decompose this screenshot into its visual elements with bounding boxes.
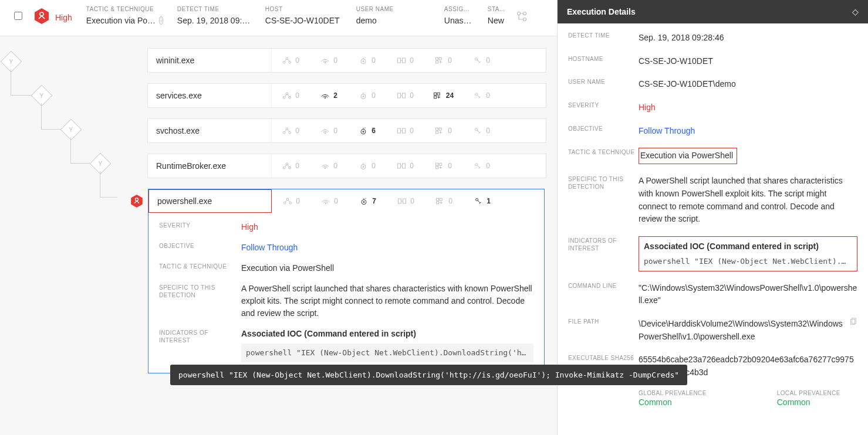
d-obj-value[interactable]: Follow Through bbox=[639, 125, 857, 138]
process-stat[interactable]: 0 bbox=[386, 91, 424, 100]
process-stat[interactable]: 0 bbox=[348, 162, 386, 170]
svg-point-30 bbox=[283, 131, 286, 134]
process-stat[interactable]: 0 bbox=[462, 127, 501, 135]
header-status-label: STATUS bbox=[488, 6, 509, 12]
command-tooltip: powershell "IEX (New-Object Net.WebClien… bbox=[170, 365, 687, 385]
process-row[interactable]: wininit.exe000000 bbox=[147, 48, 546, 73]
sel-tt-label: TACTIC & TECHNIQUE bbox=[159, 262, 241, 274]
d-spec-value: A PowerShell script launched that shares… bbox=[639, 175, 857, 226]
svg-point-28 bbox=[475, 93, 478, 96]
header-user-value: demo bbox=[356, 16, 430, 25]
process-stat[interactable]: 0 bbox=[272, 91, 310, 100]
process-stat[interactable]: 0 bbox=[424, 56, 462, 64]
header-status-value: New bbox=[488, 16, 509, 25]
d-obj-label: OBJECTIVE bbox=[568, 125, 639, 138]
process-row[interactable]: services.exe0200240 bbox=[147, 83, 546, 108]
svg-rect-11 bbox=[398, 58, 401, 63]
tree-node[interactable]: Y bbox=[1, 51, 22, 73]
process-stat[interactable]: 0 bbox=[425, 197, 463, 205]
process-stat[interactable]: 7 bbox=[349, 197, 387, 205]
process-stat[interactable]: 0 bbox=[348, 91, 386, 100]
header-tactic-value: Execution via Po… bbox=[86, 16, 156, 25]
d-user-label: USER NAME bbox=[568, 78, 639, 91]
svg-point-60 bbox=[363, 202, 364, 203]
svg-rect-13 bbox=[436, 57, 438, 60]
svg-point-8 bbox=[325, 62, 326, 63]
svg-point-20 bbox=[325, 97, 326, 98]
svg-point-46 bbox=[363, 166, 364, 168]
selected-process-details: powershell.exe007001 SEVERITYHigh OBJECT… bbox=[148, 189, 545, 373]
sel-ioc-command[interactable]: powershell "IEX (New-Object Net.WebClien… bbox=[241, 344, 533, 362]
svg-rect-61 bbox=[398, 199, 401, 203]
info-icon[interactable]: i bbox=[159, 16, 163, 25]
svg-rect-64 bbox=[437, 202, 439, 204]
d-ioc-command[interactable]: powershell "IEX (New-Object Net.WebClien… bbox=[644, 256, 852, 267]
svg-point-6 bbox=[283, 61, 286, 63]
process-stat[interactable]: 0 bbox=[387, 197, 425, 205]
detection-header: High TACTIC & TECHNIQUEExecution via Po…… bbox=[0, 0, 557, 36]
process-row-selected[interactable]: powershell.exe007001 bbox=[148, 189, 544, 213]
process-stat[interactable]: 0 bbox=[348, 56, 386, 64]
svg-point-44 bbox=[325, 168, 326, 169]
d-tactic-link[interactable]: Execution bbox=[640, 151, 676, 160]
select-checkbox[interactable] bbox=[8, 0, 28, 20]
sel-objective-value[interactable]: Follow Through bbox=[241, 242, 533, 254]
d-lprev-label: LOCAL PREVALENCE bbox=[777, 390, 840, 396]
process-stat[interactable]: 0 bbox=[462, 162, 501, 170]
d-detect-label: DETECT TIME bbox=[568, 32, 639, 45]
expand-icon[interactable]: ◇ bbox=[852, 7, 859, 16]
sel-ioc-title: Associated IOC (Command entered in scrip… bbox=[241, 328, 533, 340]
process-name: svchost.exe bbox=[148, 126, 271, 135]
svg-rect-25 bbox=[434, 93, 436, 95]
svg-point-40 bbox=[475, 128, 478, 131]
process-stat[interactable]: 0 bbox=[272, 56, 310, 64]
details-title: Execution Details bbox=[567, 7, 636, 16]
process-row[interactable]: RuntimeBroker.exe000000 bbox=[147, 154, 546, 178]
svg-rect-48 bbox=[403, 164, 406, 168]
process-name: services.exe bbox=[148, 91, 271, 100]
header-tactic-label: TACTIC & TECHNIQUE bbox=[86, 6, 163, 12]
process-stat[interactable]: 0 bbox=[462, 91, 501, 100]
process-stat[interactable]: 6 bbox=[348, 127, 386, 135]
tree-node[interactable]: Y bbox=[90, 153, 112, 175]
svg-point-18 bbox=[283, 96, 286, 98]
copy-icon[interactable] bbox=[849, 318, 857, 326]
svg-point-31 bbox=[289, 131, 291, 134]
process-stat[interactable]: 24 bbox=[424, 91, 462, 100]
svg-point-2 bbox=[517, 12, 520, 15]
process-stat[interactable]: 0 bbox=[272, 197, 310, 205]
d-technique-link[interactable]: PowerShell bbox=[691, 151, 733, 160]
process-stat[interactable]: 0 bbox=[386, 162, 424, 170]
d-user-value: CS-SE-JO-W10DET\demo bbox=[639, 78, 857, 91]
d-sev-label: SEVERITY bbox=[568, 101, 639, 114]
header-assignee-value: Unas… bbox=[444, 16, 474, 25]
process-tree-area: Y Y Y Y wininit.exe000000services.exe020… bbox=[0, 36, 557, 435]
process-stat[interactable]: 0 bbox=[424, 127, 462, 135]
svg-rect-49 bbox=[436, 163, 438, 165]
process-stat[interactable]: 0 bbox=[272, 162, 310, 170]
tree-node[interactable]: Y bbox=[60, 119, 82, 141]
tree-node[interactable]: Y bbox=[31, 85, 53, 107]
process-stat[interactable]: 0 bbox=[462, 56, 501, 64]
process-stat[interactable]: 0 bbox=[310, 127, 348, 135]
process-stat[interactable]: 0 bbox=[272, 127, 310, 135]
sel-technique-link[interactable]: PowerShell bbox=[292, 263, 334, 273]
process-stat[interactable]: 2 bbox=[310, 91, 348, 100]
d-ioc-title: Associated IOC (Command entered in scrip… bbox=[644, 240, 852, 253]
process-tree-icon[interactable] bbox=[516, 0, 531, 24]
process-stat[interactable]: 0 bbox=[424, 162, 462, 170]
d-host-label: HOSTNAME bbox=[568, 55, 639, 68]
severity-hexagon-icon bbox=[28, 0, 55, 24]
process-stat[interactable]: 1 bbox=[463, 197, 501, 205]
process-stat[interactable]: 0 bbox=[310, 197, 349, 205]
process-stat[interactable]: 0 bbox=[386, 56, 424, 64]
svg-point-16 bbox=[475, 58, 478, 60]
sel-tactic-link[interactable]: Execution bbox=[241, 263, 277, 273]
process-name: powershell.exe bbox=[148, 189, 272, 213]
process-row[interactable]: svchost.exe006000 bbox=[147, 118, 546, 143]
process-stat[interactable]: 0 bbox=[386, 127, 424, 135]
d-spec-label: SPECIFIC TO THIS DETECTION bbox=[568, 175, 639, 226]
process-stat[interactable]: 0 bbox=[310, 162, 348, 170]
sel-spec-value: A PowerShell script launched that shares… bbox=[241, 283, 533, 320]
process-stat[interactable]: 0 bbox=[310, 56, 348, 64]
